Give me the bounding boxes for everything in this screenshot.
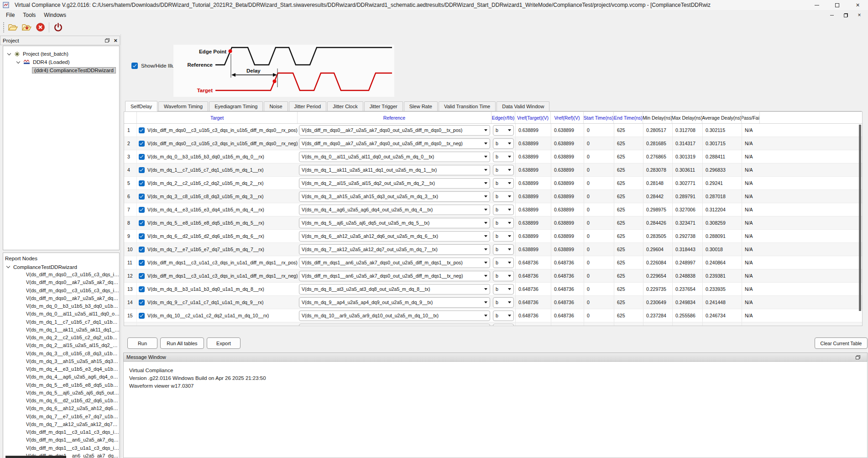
column-header-target[interactable]: Target <box>137 112 298 123</box>
tab-valid-transition-time[interactable]: Valid Transition Time <box>439 101 496 111</box>
report-node-item[interactable]: V(ds_diff_m_dqs0__c3_u1b5_c3_dqs_in_u1b5… <box>26 271 120 279</box>
tab-data-valid-window[interactable]: Data Valid Window <box>497 101 549 111</box>
close-button[interactable]: × <box>847 0 868 10</box>
report-node-item[interactable]: V(ds_diff_m_dqs0__c3_u1b5_c3_dqs_in_u1b5… <box>26 287 120 295</box>
edge-dropdown[interactable]: b <box>493 218 514 228</box>
reference-dropdown[interactable]: V(ds_m_dq_9__ap4_u2a5_ap4_dq9_out_u2a5_m… <box>299 297 490 308</box>
edge-dropdown[interactable]: b <box>493 231 514 242</box>
tab-eyediagram-timing[interactable]: Eyediagram Timing <box>209 101 263 111</box>
row-checkbox[interactable] <box>139 167 145 173</box>
toolbar-grip[interactable] <box>3 22 5 33</box>
tab-waveform-timing[interactable]: Waveform Timing <box>158 101 208 111</box>
edge-dropdown[interactable]: b <box>493 244 514 255</box>
report-node-item[interactable]: V(ds_m_dq_0__b3_u1b5_b3_dq0_u1b5_m_dq_0_… <box>26 302 120 310</box>
row-checkbox[interactable] <box>139 154 145 160</box>
column-header-rownum[interactable] <box>124 112 137 123</box>
column-header-end-time-ns-[interactable]: End Time(ns) <box>614 112 643 123</box>
reference-dropdown[interactable]: V(ds_m_dq_0__al11_u2a5_al11_dq0_out_u2a5… <box>299 152 490 162</box>
edge-dropdown[interactable]: b <box>493 324 514 326</box>
column-header-min-delay-ns-[interactable]: Min Delay(ns) <box>643 112 672 123</box>
column-header-average-dealy-ns-[interactable]: Average Dealy(ns) <box>702 112 742 123</box>
column-header-pass-fail[interactable]: Pass/Fail <box>742 112 760 123</box>
import-project-button[interactable] <box>20 21 33 33</box>
chevron-down-icon[interactable] <box>6 264 10 268</box>
report-node-item[interactable]: V(ds_m_dq_5__aj6_u2a5_aj6_dq5_out_u2a5_m… <box>26 389 120 397</box>
reference-dropdown[interactable]: V(ds_m_dq_4__ag6_u2a5_ag6_dq4_out_u2a5_m… <box>299 205 490 215</box>
vertical-scrollbar-thumb[interactable] <box>859 125 861 311</box>
row-checkbox[interactable] <box>139 313 145 319</box>
reference-dropdown[interactable]: V(ds_m_dq_8__at3_u2a5_at3_dq8_out_u2a5_m… <box>299 284 490 295</box>
edge-dropdown[interactable]: b <box>493 311 514 321</box>
row-checkbox[interactable] <box>139 207 145 213</box>
run-all-tables-button[interactable]: Run All tables <box>160 337 204 349</box>
run-button[interactable]: Run <box>127 337 157 349</box>
tree-item[interactable]: Project (test_batch) <box>3 50 119 58</box>
reference-dropdown[interactable]: V(ds_m_dq_10__ar9_u2a5_ar9_dq10_out_u2a5… <box>299 311 490 321</box>
report-node-item[interactable]: V(ds_diff_m_dqs1__an6_u2a5_ak7_dqs0_out_… <box>26 436 120 444</box>
row-checkbox[interactable] <box>139 194 145 200</box>
edge-dropdown[interactable]: b <box>493 191 514 202</box>
row-checkbox[interactable] <box>139 180 145 186</box>
chevron-down-icon[interactable] <box>7 51 11 55</box>
menu-tools[interactable]: Tools <box>19 11 40 19</box>
row-checkbox[interactable] <box>139 127 145 133</box>
row-checkbox[interactable] <box>139 260 145 266</box>
report-node-item[interactable]: V(ds_m_dq_1__ak11_u2a5_ak11_dq1_out_u2a5… <box>26 326 120 334</box>
row-checkbox[interactable] <box>139 326 145 326</box>
reference-dropdown[interactable]: V(ds_diff_m_dqs0__ak7_u2a5_ak7_dqs0_out_… <box>299 125 490 136</box>
menu-file[interactable]: File <box>2 11 19 19</box>
report-node-item[interactable]: V(ds_m_dq_3__ah15_u2a5_ah15_dq3_out_u2a5… <box>26 358 120 365</box>
report-node-item[interactable]: V(ds_m_dq_6__ah12_u2a5_ah12_dq6_out_u2a5… <box>26 405 120 412</box>
mdi-restore-button[interactable] <box>840 11 852 19</box>
report-node-item[interactable]: V(ds_m_dq_0__al11_u2a5_al11_dq0_out_u2a5… <box>26 310 120 318</box>
mdi-minimize-button[interactable] <box>826 11 838 19</box>
edge-dropdown[interactable]: b <box>493 138 514 149</box>
reference-dropdown[interactable]: V(ds_m_dq_7__ak12_u2a5_ak12_dq7_out_u2a5… <box>299 244 490 255</box>
horizontal-scrollbar-thumb[interactable] <box>5 456 66 458</box>
report-node-item[interactable]: V(ds_m_dq_1__c7_u1b5_c7_dq1_u1b5_m_dq_1_… <box>26 318 120 326</box>
export-button[interactable]: Export <box>207 337 241 349</box>
column-header-vref-target-v-[interactable]: Vref(Target)(V) <box>515 112 551 123</box>
reference-dropdown[interactable]: V(ds_m_dq_11__at10_u2a5_at10_dq11_out_u2… <box>299 324 490 326</box>
column-header-start-time-ns-[interactable]: Start Time(ns) <box>584 112 614 123</box>
open-project-button[interactable] <box>6 21 19 33</box>
close-panel-icon[interactable]: × <box>114 37 117 43</box>
row-checkbox[interactable] <box>139 273 145 279</box>
reference-dropdown[interactable]: V(ds_m_dq_3__ah15_u2a5_ah15_dq3_out_u2a5… <box>299 191 490 202</box>
row-checkbox[interactable] <box>139 286 145 292</box>
edge-dropdown[interactable]: b <box>493 125 514 136</box>
column-header-reference[interactable]: Reference <box>298 112 492 123</box>
edge-dropdown[interactable]: b <box>493 284 514 295</box>
column-header-edge-r-f-b-[interactable]: Edge(r/f/b) <box>492 112 515 123</box>
edge-dropdown[interactable]: b <box>493 205 514 215</box>
reference-dropdown[interactable]: V(ds_m_dq_5__aj6_u2a5_aj6_dq5_out_u2a5_m… <box>299 218 490 228</box>
edge-dropdown[interactable]: b <box>493 271 514 281</box>
tree-item[interactable]: DDR4 (Loaded) <box>3 58 119 66</box>
illustration-checkbox[interactable] <box>131 63 138 69</box>
close-project-button[interactable] <box>34 21 47 33</box>
row-checkbox[interactable] <box>139 220 145 226</box>
edge-dropdown[interactable]: b <box>493 297 514 308</box>
edge-dropdown[interactable]: b <box>493 165 514 175</box>
maximize-button[interactable] <box>827 0 847 10</box>
tab-jitter-trigger[interactable]: Jitter Trigger <box>364 101 403 111</box>
chevron-down-icon[interactable] <box>16 59 20 63</box>
report-node-item[interactable]: V(ds_diff_m_dqs1__c3_u1a1_c3_dqs_in_u1a1… <box>26 428 120 436</box>
column-header-vref-ref-v-[interactable]: Vref(Ref)(V) <box>551 112 584 123</box>
edge-dropdown[interactable]: b <box>493 258 514 268</box>
float-panel-icon[interactable] <box>105 38 110 42</box>
row-checkbox[interactable] <box>139 247 145 253</box>
tab-noise[interactable]: Noise <box>264 101 288 111</box>
report-node-item[interactable]: V(ds_m_dq_6__d2_u1b5_d2_dq6_u1b5_m_dq_6_… <box>26 397 120 405</box>
reference-dropdown[interactable]: V(ds_diff_m_dqs1__an6_u2a5_ak7_dqs0_out_… <box>299 258 490 268</box>
row-checkbox[interactable] <box>139 233 145 239</box>
report-node-item[interactable]: V(ds_m_dq_3__c8_u1b5_c8_dq3_u1b5_m_dq_3_… <box>26 350 120 358</box>
minimize-button[interactable] <box>806 0 827 10</box>
reference-dropdown[interactable]: V(ds_diff_m_dqs1__an6_u2a5_ak7_dqs0_out_… <box>299 271 490 281</box>
row-checkbox[interactable] <box>139 300 145 305</box>
report-node-item[interactable]: V(ds_m_dq_5__e8_u1b5_e8_dq5_u1b5_m_dq_5_… <box>26 381 120 389</box>
tab-selfdelay[interactable]: SelfDelay <box>125 101 157 111</box>
report-node-item[interactable]: V(ds_m_dq_4__ag6_u2a5_ag6_dq4_out_u2a5_m… <box>26 373 120 381</box>
column-header-max-delay-ns-[interactable]: Max Delay(ns) <box>672 112 702 123</box>
row-checkbox[interactable] <box>139 141 145 147</box>
